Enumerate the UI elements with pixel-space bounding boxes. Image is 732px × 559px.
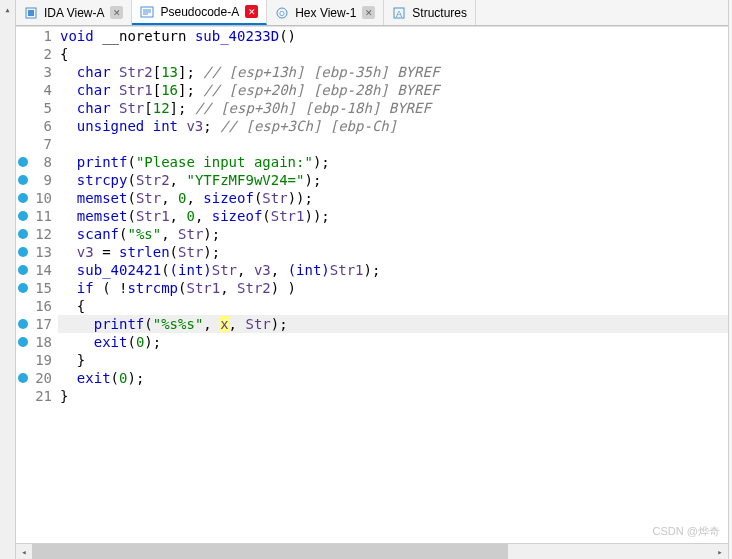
code-text: [58, 135, 728, 153]
tab-label: Structures: [412, 6, 467, 20]
code-line[interactable]: 12 scanf("%s", Str);: [16, 225, 728, 243]
code-line[interactable]: 3 char Str2[13]; // [esp+13h] [ebp-35h] …: [16, 63, 728, 81]
tab-structures[interactable]: A Structures: [384, 0, 476, 25]
line-number: 16: [30, 297, 58, 315]
code-text: scanf("%s", Str);: [58, 225, 728, 243]
line-number: 9: [30, 171, 58, 189]
code-text: {: [58, 297, 728, 315]
close-icon[interactable]: ✕: [110, 6, 123, 19]
code-line[interactable]: 17 printf("%s%s", x, Str);: [16, 315, 728, 333]
code-line[interactable]: 8 printf("Please input again:");: [16, 153, 728, 171]
vertical-scrollbar[interactable]: ▴: [0, 0, 16, 559]
breakpoint-icon[interactable]: [18, 319, 28, 329]
code-text: memset(Str, 0, sizeof(Str));: [58, 189, 728, 207]
code-line[interactable]: 4 char Str1[16]; // [esp+20h] [ebp-28h] …: [16, 81, 728, 99]
code-text: {: [58, 45, 728, 63]
line-number: 3: [30, 63, 58, 81]
code-line[interactable]: 9 strcpy(Str2, "YTFzMF9wV24=");: [16, 171, 728, 189]
code-line[interactable]: 16 {: [16, 297, 728, 315]
scroll-up-icon[interactable]: ▴: [4, 4, 10, 15]
code-text: printf("%s%s", x, Str);: [58, 315, 728, 333]
line-number: 18: [30, 333, 58, 351]
svg-text:A: A: [396, 9, 402, 19]
tab-label: IDA View-A: [44, 6, 104, 20]
ida-view-icon: [24, 6, 38, 20]
code-text: printf("Please input again:");: [58, 153, 728, 171]
line-number: 21: [30, 387, 58, 405]
code-line[interactable]: 7: [16, 135, 728, 153]
tab-hex-view[interactable]: O Hex View-1 ✕: [267, 0, 384, 25]
line-number: 1: [30, 27, 58, 45]
code-editor[interactable]: 1void __noreturn sub_40233D()2{3 char St…: [16, 26, 728, 543]
breakpoint-icon[interactable]: [18, 373, 28, 383]
scroll-thumb[interactable]: [32, 544, 508, 559]
tab-ida-view[interactable]: IDA View-A ✕: [16, 0, 132, 25]
breakpoint-icon[interactable]: [18, 229, 28, 239]
line-number: 5: [30, 99, 58, 117]
tab-pseudocode[interactable]: Pseudocode-A ✕: [132, 0, 267, 25]
breakpoint-icon[interactable]: [18, 247, 28, 257]
line-number: 15: [30, 279, 58, 297]
code-line[interactable]: 21}: [16, 387, 728, 405]
breakpoint-icon[interactable]: [18, 283, 28, 293]
line-number: 14: [30, 261, 58, 279]
code-text: v3 = strlen(Str);: [58, 243, 728, 261]
structures-icon: A: [392, 6, 406, 20]
breakpoint-icon[interactable]: [18, 157, 28, 167]
code-line[interactable]: 10 memset(Str, 0, sizeof(Str));: [16, 189, 728, 207]
watermark: CSDN @烨奇: [653, 524, 720, 539]
line-number: 13: [30, 243, 58, 261]
close-icon[interactable]: ✕: [362, 6, 375, 19]
code-line[interactable]: 11 memset(Str1, 0, sizeof(Str1));: [16, 207, 728, 225]
line-number: 8: [30, 153, 58, 171]
code-text: exit(0);: [58, 369, 728, 387]
line-number: 19: [30, 351, 58, 369]
code-text: memset(Str1, 0, sizeof(Str1));: [58, 207, 728, 225]
code-line[interactable]: 18 exit(0);: [16, 333, 728, 351]
code-text: sub_402421((int)Str, v3, (int)Str1);: [58, 261, 728, 279]
code-text: }: [58, 351, 728, 369]
svg-text:O: O: [279, 10, 285, 17]
tab-label: Hex View-1: [295, 6, 356, 20]
code-line[interactable]: 2{: [16, 45, 728, 63]
code-text: strcpy(Str2, "YTFzMF9wV24=");: [58, 171, 728, 189]
code-text: char Str1[16]; // [esp+20h] [ebp-28h] BY…: [58, 81, 728, 99]
code-text: void __noreturn sub_40233D(): [58, 27, 728, 45]
horizontal-scrollbar[interactable]: ◂ ▸: [16, 543, 728, 559]
line-number: 20: [30, 369, 58, 387]
code-line[interactable]: 15 if ( !strcmp(Str1, Str2) ): [16, 279, 728, 297]
code-line[interactable]: 19 }: [16, 351, 728, 369]
line-number: 11: [30, 207, 58, 225]
pseudocode-icon: [140, 5, 154, 19]
breakpoint-icon[interactable]: [18, 193, 28, 203]
code-line[interactable]: 14 sub_402421((int)Str, v3, (int)Str1);: [16, 261, 728, 279]
code-text: char Str[12]; // [esp+30h] [ebp-18h] BYR…: [58, 99, 728, 117]
line-number: 17: [30, 315, 58, 333]
breakpoint-icon[interactable]: [18, 211, 28, 221]
line-number: 4: [30, 81, 58, 99]
svg-rect-1: [28, 10, 34, 16]
code-text: exit(0);: [58, 333, 728, 351]
close-icon[interactable]: ✕: [245, 5, 258, 18]
code-line[interactable]: 20 exit(0);: [16, 369, 728, 387]
code-line[interactable]: 5 char Str[12]; // [esp+30h] [ebp-18h] B…: [16, 99, 728, 117]
scroll-right-icon[interactable]: ▸: [712, 544, 728, 559]
code-text: if ( !strcmp(Str1, Str2) ): [58, 279, 728, 297]
breakpoint-icon[interactable]: [18, 175, 28, 185]
tab-bar: IDA View-A ✕ Pseudocode-A ✕ O Hex View-1…: [16, 0, 728, 26]
code-line[interactable]: 13 v3 = strlen(Str);: [16, 243, 728, 261]
code-line[interactable]: 6 unsigned int v3; // [esp+3Ch] [ebp-Ch]: [16, 117, 728, 135]
code-text: unsigned int v3; // [esp+3Ch] [ebp-Ch]: [58, 117, 728, 135]
line-number: 7: [30, 135, 58, 153]
panel-border: [728, 0, 732, 559]
scroll-left-icon[interactable]: ◂: [16, 544, 32, 559]
breakpoint-icon[interactable]: [18, 265, 28, 275]
code-line[interactable]: 1void __noreturn sub_40233D(): [16, 27, 728, 45]
code-text: char Str2[13]; // [esp+13h] [ebp-35h] BY…: [58, 63, 728, 81]
hex-view-icon: O: [275, 6, 289, 20]
breakpoint-icon[interactable]: [18, 337, 28, 347]
line-number: 6: [30, 117, 58, 135]
line-number: 2: [30, 45, 58, 63]
tab-label: Pseudocode-A: [160, 5, 239, 19]
line-number: 12: [30, 225, 58, 243]
